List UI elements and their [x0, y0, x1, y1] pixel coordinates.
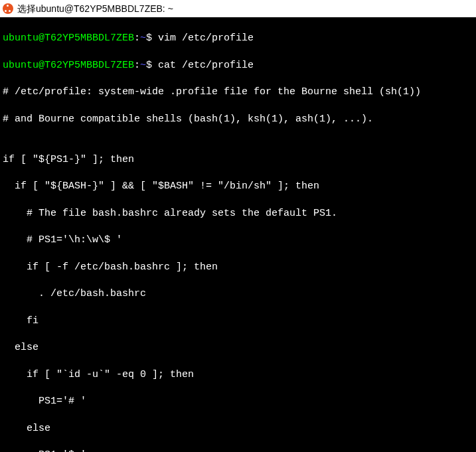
output-line: # /etc/profile: system-wide .profile fil… — [3, 86, 473, 99]
ubuntu-icon — [3, 3, 13, 14]
prompt-colon: : — [134, 60, 140, 71]
output-line: # The file bash.bashrc already sets the … — [3, 207, 473, 220]
prompt-dollar: $ — [146, 33, 152, 44]
output-line: PS1='$ ' — [3, 449, 473, 452]
command-1: vim /etc/profile — [152, 33, 254, 44]
output-line: fi — [3, 315, 473, 328]
output-line: else — [3, 422, 473, 435]
output-line: . /etc/bash.bashrc — [3, 287, 473, 301]
output-line: PS1='# ' — [3, 395, 473, 408]
terminal-content[interactable]: ubuntu@T62YP5MBBDL7ZEB:~$ vim /etc/profi… — [0, 17, 476, 452]
prompt-dollar: $ — [146, 60, 152, 71]
output-line: if [ "`id -u`" -eq 0 ]; then — [3, 368, 473, 382]
prompt-path: ~ — [140, 33, 146, 44]
window-titlebar: 选择ubuntu@T62YP5MBBDL7ZEB: ~ — [0, 0, 476, 17]
prompt-line-2: ubuntu@T62YP5MBBDL7ZEB:~$ cat /etc/profi… — [3, 59, 473, 72]
prompt-colon: : — [134, 33, 140, 44]
prompt-path: ~ — [140, 60, 146, 71]
prompt-user-host: ubuntu@T62YP5MBBDL7ZEB — [3, 60, 134, 71]
output-line: if [ -f /etc/bash.bashrc ]; then — [3, 261, 473, 274]
command-2: cat /etc/profile — [152, 60, 254, 71]
output-line: else — [3, 341, 473, 354]
prompt-user-host: ubuntu@T62YP5MBBDL7ZEB — [3, 33, 134, 44]
output-line: # and Bourne compatible shells (bash(1),… — [3, 113, 473, 126]
output-line: # PS1='\h:\w\$ ' — [3, 234, 473, 247]
output-line: if [ "${PS1-}" ]; then — [3, 153, 473, 167]
window-title: 选择ubuntu@T62YP5MBBDL7ZEB: ~ — [17, 3, 173, 15]
prompt-line-1: ubuntu@T62YP5MBBDL7ZEB:~$ vim /etc/profi… — [3, 32, 473, 45]
output-line: if [ "${BASH-}" ] && [ "$BASH" != "/bin/… — [3, 180, 473, 193]
